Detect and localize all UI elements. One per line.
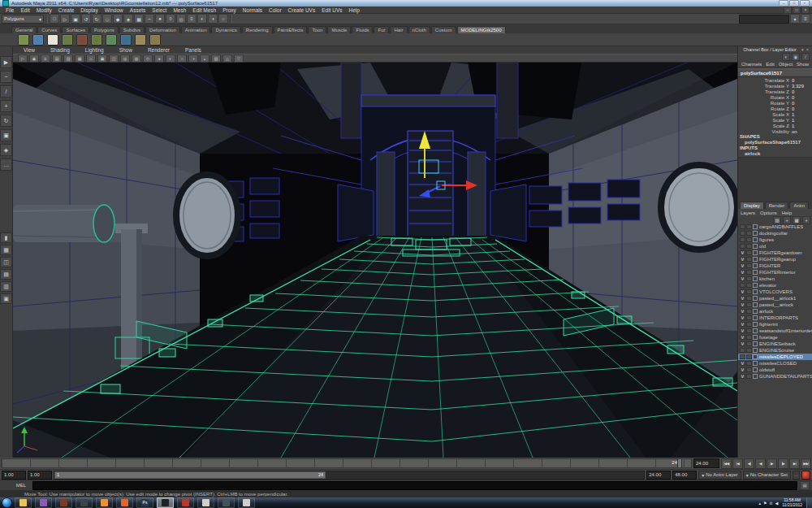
layer-editor-menu-item[interactable]: Options: [760, 211, 777, 215]
layer-name[interactable]: INTERIORPARTS: [758, 315, 798, 320]
channel-value[interactable]: 1: [792, 124, 810, 128]
layer-name[interactable]: ENGINESetback: [758, 341, 796, 346]
layer-swatch-icon[interactable]: [753, 237, 758, 242]
taskbar-photoshop[interactable]: Ps: [136, 497, 153, 508]
step-back-key-button[interactable]: ◀|: [744, 458, 754, 469]
mel-toggle[interactable]: MEL: [12, 483, 30, 488]
layer-swatch-icon[interactable]: [753, 283, 758, 288]
snap-plane-icon[interactable]: ◊: [166, 14, 175, 24]
layer-row[interactable]: V fuselage: [738, 334, 812, 341]
make-live-icon[interactable]: ◎: [176, 14, 186, 24]
layer-row[interactable]: V seatsandstuff1interiordetails: [738, 328, 812, 334]
layer-visibility-toggle[interactable]: V: [740, 257, 745, 262]
channel-value[interactable]: 0: [792, 78, 810, 83]
layer-name[interactable]: pasted__airlock1: [758, 296, 796, 301]
taskbar-maya-2[interactable]: [218, 497, 235, 508]
menubar-control-button[interactable]: ×: [801, 7, 810, 14]
shelf-item-6[interactable]: [91, 34, 102, 46]
layer-name[interactable]: old: [758, 244, 766, 249]
step-forward-key-button[interactable]: |▶: [778, 458, 788, 469]
select-hierarchy-icon[interactable]: ◇: [102, 14, 112, 24]
taskbar-picasa[interactable]: [35, 497, 52, 508]
layer-row[interactable]: V pasted__airlock1: [738, 295, 812, 302]
layer-row[interactable]: V ENGINESetback: [738, 341, 812, 347]
layer-name[interactable]: elevator: [758, 283, 776, 288]
layer-display-type-box[interactable]: [746, 250, 752, 255]
channel-value[interactable]: 1: [792, 118, 810, 123]
menu-item[interactable]: Create: [55, 7, 78, 13]
layer-visibility-toggle[interactable]: V: [740, 296, 745, 301]
volume-icon[interactable]: ◀: [775, 501, 778, 506]
layer-swatch-icon[interactable]: [753, 348, 758, 353]
layer-row[interactable]: V FIGHTERinterior: [738, 269, 812, 276]
gate-mask-icon[interactable]: ◫: [109, 54, 119, 63]
layer-name[interactable]: fuselage: [758, 335, 778, 340]
tray-clock[interactable]: 11:58 AM 11/21/2012: [780, 498, 804, 508]
new-layer-from-selected-icon[interactable]: ▦: [793, 216, 801, 224]
paint-select-tool[interactable]: /: [0, 85, 12, 98]
layer-row[interactable]: V INTERIORPARTS: [738, 315, 812, 321]
layer-swatch-icon[interactable]: [753, 270, 758, 275]
layer-visibility-toggle[interactable]: V: [740, 270, 745, 275]
shelf-item-5[interactable]: [76, 34, 88, 46]
shelf-tab[interactable]: Dynamics: [211, 26, 240, 33]
shelf-tab[interactable]: Subdivs: [119, 26, 145, 33]
undo-icon[interactable]: ↺: [81, 14, 91, 24]
menu-item[interactable]: Mesh: [170, 7, 189, 13]
layer-swatch-icon[interactable]: [753, 322, 758, 327]
image-plane-icon[interactable]: ▧: [63, 54, 73, 63]
layer-row[interactable]: dockingcollar: [738, 230, 812, 237]
channel-value[interactable]: 0: [792, 106, 810, 111]
channel-value[interactable]: 0: [792, 101, 810, 106]
manip-hyper-icon[interactable]: /: [801, 53, 810, 61]
layer-row[interactable]: V FIGHTERgeardown: [738, 250, 812, 256]
layer-swatch-icon[interactable]: [753, 231, 758, 236]
shelf-item-9[interactable]: [135, 34, 146, 46]
scale-tool[interactable]: ▣: [0, 129, 12, 141]
layer-display-type-box[interactable]: [746, 315, 752, 320]
status-separator[interactable]: [230, 15, 232, 24]
layer-display-type-box[interactable]: [746, 361, 752, 366]
playhead[interactable]: [677, 459, 682, 467]
layer-name[interactable]: dockingcollar: [758, 231, 788, 236]
layer-swatch-icon[interactable]: [753, 244, 758, 249]
layer-row[interactable]: V missilesCLOSED: [738, 360, 812, 367]
layer-visibility-toggle[interactable]: [740, 224, 745, 229]
layer-row[interactable]: V FIGHTERgearup: [738, 256, 812, 263]
go-to-end-button[interactable]: ▶▶|: [801, 458, 811, 469]
menu-item[interactable]: Edit: [17, 7, 32, 13]
layer-row[interactable]: V pasted__airlock: [738, 302, 812, 308]
menu-item[interactable]: Modify: [33, 7, 55, 13]
menu-item[interactable]: Display: [77, 7, 101, 13]
textured-mode-icon[interactable]: ◐: [166, 54, 175, 63]
layer-name[interactable]: pasted__airlock: [758, 302, 793, 307]
menubar-control-button[interactable]: –: [784, 7, 792, 14]
shelf-item-3[interactable]: [47, 34, 58, 46]
animation-start-field[interactable]: 1.00: [2, 471, 26, 480]
shelf-tab[interactable]: Animation: [181, 26, 211, 33]
menu-set-dropdown[interactable]: Polygons ▾: [2, 15, 44, 24]
shaded-mode-icon[interactable]: ●: [154, 54, 164, 63]
layer-name[interactable]: missilesDEPLOYED: [758, 354, 803, 359]
channel-box-menu-item[interactable]: Channels: [741, 62, 762, 67]
layer-display-type-box[interactable]: [746, 257, 752, 262]
status-separator[interactable]: [45, 15, 48, 24]
layer-display-type-box[interactable]: [746, 367, 752, 372]
shelf-tab[interactable]: Muscle: [327, 26, 351, 33]
new-empty-layer-icon[interactable]: +: [783, 216, 791, 224]
use-all-lights-icon[interactable]: ☼: [177, 54, 187, 63]
layout-outliner[interactable]: ▣: [0, 293, 12, 304]
layer-display-type-box[interactable]: [746, 283, 752, 288]
step-forward-frame-button[interactable]: ▶|: [789, 458, 800, 469]
layer-name[interactable]: VTOLCOVERS: [758, 289, 793, 294]
layer-name[interactable]: FIGHTER: [758, 263, 780, 268]
layer-row[interactable]: V oldstuff: [738, 367, 812, 373]
layer-row[interactable]: V fighterint: [738, 321, 812, 328]
layer-visibility-toggle[interactable]: V: [740, 289, 745, 294]
layer-swatch-icon[interactable]: [753, 367, 758, 372]
taskbar-explorer[interactable]: [15, 497, 32, 508]
channel-value[interactable]: 3.329: [792, 84, 810, 89]
layer-name[interactable]: GUNANDDETAILPARTS.parts: [758, 374, 812, 379]
layer-visibility-toggle[interactable]: V: [740, 328, 745, 333]
shelf-tab[interactable]: Rendering: [242, 26, 273, 33]
